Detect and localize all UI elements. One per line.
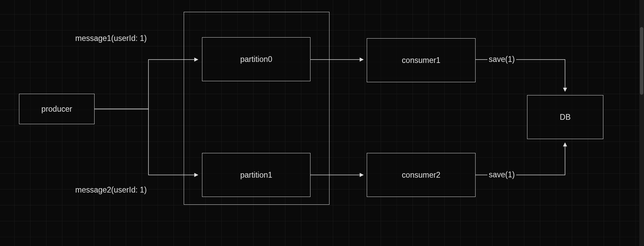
scrollbar-thumb[interactable] bbox=[640, 27, 643, 95]
db-label: DB bbox=[560, 113, 571, 122]
producer-node[interactable]: producer bbox=[19, 94, 95, 124]
producer-label: producer bbox=[41, 105, 72, 114]
consumer2-label: consumer2 bbox=[402, 171, 441, 180]
vertical-scrollbar[interactable] bbox=[639, 0, 644, 246]
edge-label-message2: message2(userId: 1) bbox=[74, 185, 148, 195]
partition0-label: partition0 bbox=[240, 55, 273, 64]
partition1-label: partition1 bbox=[240, 171, 273, 180]
partition1-node[interactable]: partition1 bbox=[202, 153, 310, 197]
edge-label-save1: save(1) bbox=[487, 55, 516, 64]
db-node[interactable]: DB bbox=[527, 95, 603, 139]
consumer1-label: consumer1 bbox=[402, 56, 441, 65]
edge-label-message1: message1(userId: 1) bbox=[74, 34, 148, 43]
consumer1-node[interactable]: consumer1 bbox=[367, 38, 476, 82]
consumer2-node[interactable]: consumer2 bbox=[367, 153, 476, 197]
edge-label-save2: save(1) bbox=[487, 170, 516, 179]
partition0-node[interactable]: partition0 bbox=[202, 37, 310, 81]
